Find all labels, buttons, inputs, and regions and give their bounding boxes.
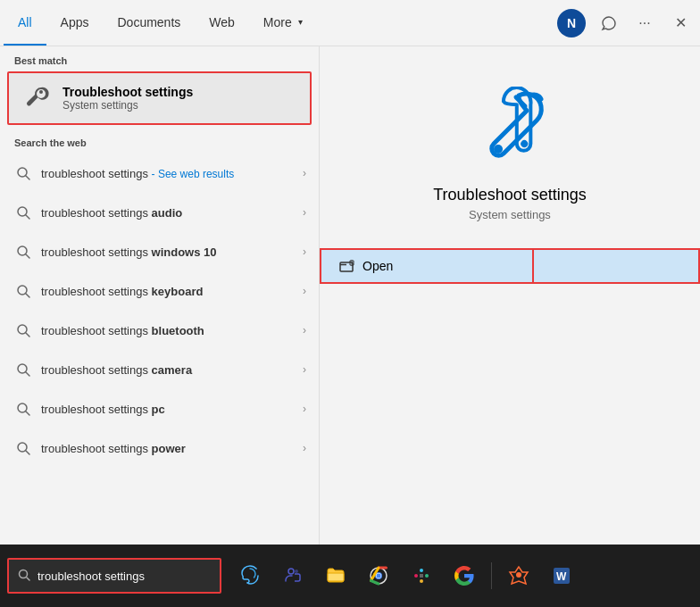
svg-point-28 bbox=[377, 574, 381, 578]
taskbar-app-photos[interactable] bbox=[499, 556, 538, 595]
svg-rect-19 bbox=[340, 262, 353, 271]
taskbar-apps: W bbox=[230, 556, 581, 595]
taskbar-search[interactable]: troubleshoot settings bbox=[7, 558, 221, 594]
chevron-right-icon: › bbox=[303, 363, 306, 376]
main-area: Best match Troubleshoot settings System … bbox=[0, 46, 700, 545]
web-item-5[interactable]: troubleshoot settings camera › bbox=[0, 350, 319, 389]
svg-rect-31 bbox=[425, 574, 429, 578]
wrench-icon bbox=[21, 82, 54, 114]
web-section-label: Search the web bbox=[0, 129, 319, 154]
chevron-down-icon: ▾ bbox=[298, 17, 303, 27]
best-match-text: Troubleshoot settings System settings bbox=[62, 85, 193, 112]
svg-point-20 bbox=[20, 570, 28, 578]
tabs-bar: All Apps Documents Web More ▾ N ··· bbox=[0, 0, 700, 46]
best-match-title: Troubleshoot settings bbox=[62, 85, 193, 99]
svg-line-6 bbox=[26, 254, 29, 258]
tab-more[interactable]: More ▾ bbox=[249, 0, 317, 46]
right-title: Troubleshoot settings bbox=[433, 186, 586, 204]
svg-line-12 bbox=[26, 372, 29, 376]
svg-line-16 bbox=[26, 451, 29, 454]
taskbar-app-teams[interactable] bbox=[273, 556, 312, 595]
taskbar-search-text: troubleshoot settings bbox=[38, 570, 145, 583]
more-options-button[interactable]: ··· bbox=[629, 7, 661, 39]
best-match-subtitle: System settings bbox=[62, 99, 193, 112]
svg-line-4 bbox=[26, 215, 29, 219]
tab-apps[interactable]: Apps bbox=[46, 0, 104, 46]
search-icon bbox=[14, 204, 32, 221]
web-item-7[interactable]: troubleshoot settings power › bbox=[0, 428, 319, 468]
tab-web[interactable]: Web bbox=[195, 0, 249, 46]
svg-line-21 bbox=[27, 578, 29, 580]
web-search-list: troubleshoot settings - See web results … bbox=[0, 154, 319, 468]
taskbar-app-google[interactable] bbox=[445, 556, 484, 595]
svg-line-8 bbox=[26, 294, 29, 297]
right-panel: Troubleshoot settings System settings Op… bbox=[320, 46, 700, 545]
user-avatar[interactable]: N bbox=[557, 9, 586, 37]
chevron-right-icon: › bbox=[303, 167, 306, 179]
feedback-button[interactable] bbox=[593, 7, 625, 39]
tab-all[interactable]: All bbox=[4, 0, 46, 46]
header-icons: N ··· ✕ bbox=[557, 7, 696, 39]
open-button-extension[interactable] bbox=[534, 248, 700, 284]
action-buttons: Open bbox=[320, 248, 700, 284]
svg-line-14 bbox=[26, 412, 29, 415]
taskbar-app-edge[interactable] bbox=[230, 556, 270, 595]
search-icon bbox=[14, 400, 32, 418]
open-button[interactable]: Open bbox=[320, 248, 534, 284]
chevron-right-icon: › bbox=[303, 285, 306, 297]
search-popup: All Apps Documents Web More ▾ N ··· bbox=[0, 0, 700, 545]
chevron-right-icon: › bbox=[303, 245, 306, 258]
search-icon bbox=[14, 321, 32, 339]
taskbar-app-chrome[interactable] bbox=[359, 556, 398, 595]
search-icon bbox=[14, 164, 32, 182]
taskbar: troubleshoot settings bbox=[0, 545, 700, 607]
chevron-right-icon: › bbox=[303, 324, 306, 337]
taskbar-app-word[interactable]: W bbox=[542, 556, 581, 595]
search-icon bbox=[14, 282, 32, 300]
close-button[interactable]: ✕ bbox=[664, 7, 696, 39]
chevron-right-icon: › bbox=[303, 206, 306, 219]
svg-line-2 bbox=[26, 176, 29, 179]
web-item-3[interactable]: troubleshoot settings keyboard › bbox=[0, 271, 319, 311]
chevron-right-icon: › bbox=[303, 442, 306, 454]
taskbar-app-slack[interactable] bbox=[402, 556, 441, 595]
tab-documents[interactable]: Documents bbox=[103, 0, 195, 46]
right-wrench-icon bbox=[465, 82, 554, 171]
search-icon bbox=[14, 243, 32, 261]
search-icon bbox=[14, 361, 32, 378]
svg-line-10 bbox=[26, 333, 29, 337]
search-icon bbox=[14, 439, 32, 457]
web-item-2[interactable]: troubleshoot settings windows 10 › bbox=[0, 232, 319, 271]
best-match-label: Best match bbox=[0, 46, 319, 71]
taskbar-divider bbox=[491, 562, 492, 589]
web-item-1[interactable]: troubleshoot settings audio › bbox=[0, 193, 319, 232]
svg-text:W: W bbox=[556, 570, 567, 583]
web-item-4[interactable]: troubleshoot settings bluetooth › bbox=[0, 311, 319, 350]
right-subtitle: System settings bbox=[469, 208, 551, 221]
taskbar-search-icon bbox=[18, 569, 30, 584]
svg-rect-29 bbox=[414, 574, 418, 578]
svg-point-0 bbox=[39, 90, 43, 94]
web-item-0[interactable]: troubleshoot settings - See web results … bbox=[0, 154, 319, 193]
svg-point-34 bbox=[516, 572, 521, 578]
left-panel: Best match Troubleshoot settings System … bbox=[0, 46, 320, 545]
svg-point-18 bbox=[494, 145, 503, 154]
svg-rect-32 bbox=[420, 579, 423, 583]
svg-point-23 bbox=[295, 570, 298, 573]
svg-rect-30 bbox=[420, 569, 423, 572]
svg-rect-24 bbox=[328, 573, 344, 581]
best-match-item[interactable]: Troubleshoot settings System settings bbox=[7, 71, 312, 125]
chevron-right-icon: › bbox=[303, 403, 306, 415]
web-item-6[interactable]: troubleshoot settings pc › bbox=[0, 389, 319, 428]
svg-rect-33 bbox=[420, 574, 423, 578]
taskbar-app-files[interactable] bbox=[316, 556, 355, 595]
svg-point-22 bbox=[288, 569, 294, 574]
